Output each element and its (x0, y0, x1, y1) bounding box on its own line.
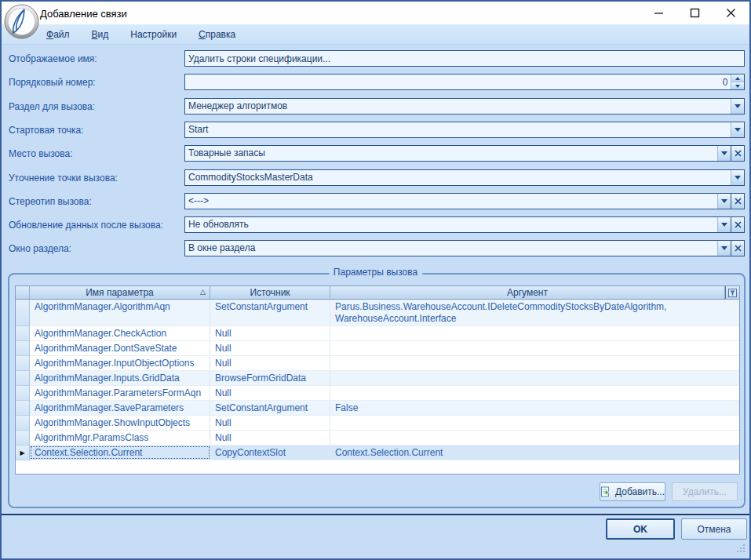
title-bar: Добавление связи (2, 2, 749, 24)
row-header[interactable] (16, 356, 30, 371)
menu-help[interactable]: Справка (199, 29, 235, 40)
menu-file-hotkey: Ф (46, 29, 53, 40)
chevron-down-icon[interactable] (731, 99, 744, 114)
row-header[interactable] (16, 431, 30, 445)
clear-icon[interactable] (731, 217, 744, 232)
row-header[interactable] (16, 386, 30, 401)
cell-argument[interactable] (330, 386, 739, 400)
cell-argument[interactable]: Parus.Business.WarehouseAccount.IDeleteC… (330, 300, 739, 325)
row-header[interactable] (16, 300, 30, 326)
cell-name[interactable]: AlgorithmManager.ParametersFormAqn (30, 386, 210, 400)
cell-source[interactable]: BrowseFormGridData (210, 371, 330, 385)
column-header-name[interactable]: Имя параметра △ (30, 286, 210, 299)
cell-source[interactable]: Null (210, 416, 330, 430)
cell-argument[interactable] (330, 431, 739, 445)
filter-icon[interactable] (725, 286, 739, 299)
cell-name[interactable]: AlgorithmManager.ShowInputObjects (30, 416, 210, 430)
cell-argument[interactable] (330, 326, 739, 340)
call-stereotype-combo[interactable]: <---> (184, 193, 745, 209)
chevron-down-icon[interactable] (717, 146, 731, 161)
menu-view[interactable]: Вид (92, 29, 109, 40)
cell-name[interactable]: AlgorithmManager.Inputs.GridData (30, 371, 210, 385)
cell-name[interactable]: AlgorithmManager.AlgorithmAqn (30, 300, 210, 325)
start-point-combo[interactable]: Start (184, 122, 745, 138)
selected-row-marker-icon[interactable]: ▶ (16, 445, 30, 460)
cell-name[interactable]: AlgorithmMgr.ParamsClass (30, 431, 210, 445)
table-row[interactable]: AlgorithmMgr.ParamsClass Null (16, 431, 739, 445)
cell-argument[interactable] (330, 341, 739, 355)
data-refresh-combo[interactable]: Не обновлять (184, 216, 745, 233)
cell-name[interactable]: AlgorithmManager.InputObjectOptions (30, 356, 210, 370)
maximize-icon[interactable] (684, 5, 705, 22)
sort-ascending-icon: △ (200, 288, 206, 296)
call-point-detail-combo[interactable]: CommodityStocksMasterData (184, 169, 745, 186)
close-icon[interactable] (720, 5, 742, 22)
column-header-source[interactable]: Источник (210, 286, 330, 299)
clear-icon[interactable] (731, 241, 744, 256)
table-row[interactable]: AlgorithmManager.AlgorithmAqn SetConstan… (16, 300, 739, 326)
delete-button[interactable]: Удалить... (672, 482, 738, 501)
cell-argument[interactable] (330, 371, 739, 385)
chevron-down-icon[interactable] (717, 241, 731, 256)
minimize-icon[interactable] (647, 5, 669, 22)
cancel-button[interactable]: Отмена (681, 518, 747, 540)
cell-source[interactable]: Null (210, 356, 330, 370)
start-point-label: Стартовая точка: (9, 125, 83, 136)
field-row-data-refresh: Обновление данных после вызова: Не обнов… (2, 216, 749, 233)
cell-argument[interactable]: False (330, 401, 739, 415)
row-header[interactable] (16, 341, 30, 356)
cell-argument[interactable] (330, 416, 739, 430)
table-row[interactable]: AlgorithmManager.ParametersFormAqn Null (16, 386, 739, 401)
row-header[interactable] (16, 416, 30, 431)
cell-source[interactable]: SetConstantArgument (210, 300, 330, 325)
row-header[interactable] (16, 326, 30, 341)
menu-bar: Файл Вид Настройки Справка (2, 24, 749, 45)
spinner-down-icon[interactable] (731, 82, 744, 89)
down-triangle (735, 176, 741, 180)
menu-settings[interactable]: Настройки (130, 29, 177, 40)
row-header[interactable] (16, 371, 30, 386)
down-triangle (721, 246, 727, 250)
chevron-down-icon[interactable] (731, 122, 744, 137)
table-row[interactable]: AlgorithmManager.CheckAction Null (16, 326, 739, 341)
table-row[interactable]: AlgorithmManager.SaveParameters SetConst… (16, 401, 739, 416)
add-button[interactable]: Добавить... (600, 482, 665, 501)
menu-file[interactable]: Файл (46, 29, 70, 40)
section-window-combo[interactable]: В окне раздела (184, 240, 745, 256)
cell-argument[interactable]: Context.Selection.Current (330, 445, 739, 460)
table-row[interactable]: AlgorithmManager.ShowInputObjects Null (16, 416, 739, 431)
display-name-input[interactable] (185, 51, 744, 66)
table-row-selected[interactable]: ▶ Context.Selection.Current CopyContextS… (16, 445, 739, 460)
field-row-call-stereotype: Стереотип вызова: <---> (2, 193, 749, 209)
cell-source[interactable]: Null (210, 431, 330, 445)
cell-name[interactable]: Context.Selection.Current (30, 445, 210, 460)
row-header[interactable] (16, 401, 30, 416)
cell-source[interactable]: SetConstantArgument (210, 401, 330, 415)
call-section-label: Раздел для вызова: (9, 101, 95, 112)
cell-name[interactable]: AlgorithmManager.DontSaveState (30, 341, 210, 355)
cell-source[interactable]: Null (210, 386, 330, 400)
table-row[interactable]: AlgorithmManager.DontSaveState Null (16, 341, 739, 356)
cell-name[interactable]: AlgorithmManager.SaveParameters (30, 401, 210, 415)
clear-icon[interactable] (731, 194, 744, 209)
table-row[interactable]: AlgorithmManager.Inputs.GridData BrowseF… (16, 371, 739, 386)
resize-grip[interactable] (736, 544, 746, 555)
chevron-down-icon[interactable] (717, 194, 731, 209)
chevron-down-icon[interactable] (731, 170, 744, 185)
cell-source[interactable]: CopyContextSlot (210, 445, 330, 460)
chevron-down-icon[interactable] (717, 217, 731, 232)
cell-source[interactable]: Null (210, 326, 330, 340)
call-place-combo[interactable]: Товарные запасы (184, 145, 745, 162)
spinner-up-icon[interactable] (731, 75, 744, 82)
cell-source[interactable]: Null (210, 341, 330, 355)
column-header-argument[interactable]: Аргумент (330, 286, 725, 299)
order-number-input[interactable] (185, 75, 731, 89)
clear-icon[interactable] (731, 146, 744, 161)
cell-name[interactable]: AlgorithmManager.CheckAction (30, 326, 210, 340)
cell-argument[interactable] (330, 356, 739, 370)
down-triangle (721, 199, 727, 203)
call-section-combo[interactable]: Менеджер алгоритмов (184, 98, 745, 115)
table-row[interactable]: AlgorithmManager.InputObjectOptions Null (16, 356, 739, 371)
ok-button[interactable]: OK (606, 518, 675, 540)
column-header-source-label: Источник (250, 287, 290, 298)
